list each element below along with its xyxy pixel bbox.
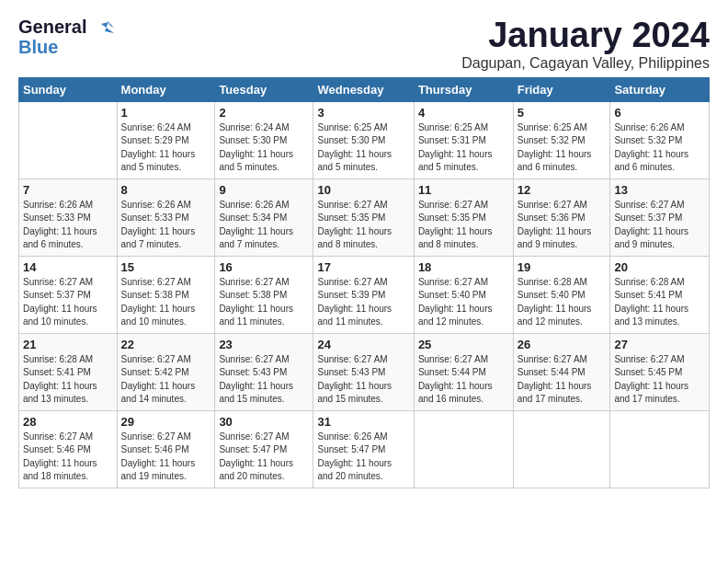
page: General Blue January 2024 Dagupan, Cagay… xyxy=(0,0,728,498)
table-row: 7Sunrise: 6:26 AMSunset: 5:33 PMDaylight… xyxy=(19,178,118,256)
table-row: 27Sunrise: 6:27 AMSunset: 5:45 PMDayligh… xyxy=(610,333,710,410)
title-area: January 2024 Dagupan, Cagayan Valley, Ph… xyxy=(461,17,710,72)
day-info: Sunrise: 6:24 AMSunset: 5:30 PMDaylight:… xyxy=(219,121,309,175)
day-info: Sunrise: 6:27 AMSunset: 5:40 PMDaylight:… xyxy=(418,276,509,329)
day-info: Sunrise: 6:28 AMSunset: 5:41 PMDaylight:… xyxy=(23,353,113,407)
day-number: 18 xyxy=(418,260,509,274)
calendar-week-row: 7Sunrise: 6:26 AMSunset: 5:33 PMDaylight… xyxy=(19,178,710,256)
calendar-title: January 2024 xyxy=(461,17,710,55)
logo-blue: Blue xyxy=(18,37,86,57)
day-info: Sunrise: 6:25 AMSunset: 5:30 PMDaylight:… xyxy=(317,121,409,175)
day-info: Sunrise: 6:27 AMSunset: 5:39 PMDaylight:… xyxy=(317,276,409,329)
table-row: 11Sunrise: 6:27 AMSunset: 5:35 PMDayligh… xyxy=(414,178,513,256)
table-row: 26Sunrise: 6:27 AMSunset: 5:44 PMDayligh… xyxy=(513,333,610,410)
day-number: 22 xyxy=(121,338,211,351)
table-row: 16Sunrise: 6:27 AMSunset: 5:38 PMDayligh… xyxy=(215,256,313,333)
day-info: Sunrise: 6:27 AMSunset: 5:44 PMDaylight:… xyxy=(418,353,509,407)
table-row: 19Sunrise: 6:28 AMSunset: 5:40 PMDayligh… xyxy=(513,256,610,333)
day-info: Sunrise: 6:27 AMSunset: 5:45 PMDaylight:… xyxy=(614,353,705,407)
day-info: Sunrise: 6:26 AMSunset: 5:32 PMDaylight:… xyxy=(614,121,705,175)
table-row: 3Sunrise: 6:25 AMSunset: 5:30 PMDaylight… xyxy=(313,101,414,178)
table-row xyxy=(513,410,610,488)
day-info: Sunrise: 6:27 AMSunset: 5:38 PMDaylight:… xyxy=(219,276,309,329)
table-row: 14Sunrise: 6:27 AMSunset: 5:37 PMDayligh… xyxy=(19,256,118,333)
table-row: 29Sunrise: 6:27 AMSunset: 5:46 PMDayligh… xyxy=(117,410,215,488)
day-number: 17 xyxy=(317,260,409,274)
day-number: 21 xyxy=(23,338,113,351)
day-info: Sunrise: 6:27 AMSunset: 5:36 PMDaylight:… xyxy=(518,199,607,252)
header-thursday: Thursday xyxy=(414,77,513,101)
day-number: 31 xyxy=(317,415,409,429)
table-row xyxy=(19,101,118,178)
day-number: 14 xyxy=(23,260,113,274)
table-row xyxy=(610,410,710,488)
table-row: 6Sunrise: 6:26 AMSunset: 5:32 PMDaylight… xyxy=(610,101,710,178)
day-info: Sunrise: 6:26 AMSunset: 5:33 PMDaylight:… xyxy=(23,199,113,252)
day-info: Sunrise: 6:26 AMSunset: 5:33 PMDaylight:… xyxy=(121,199,211,252)
day-info: Sunrise: 6:24 AMSunset: 5:29 PMDaylight:… xyxy=(121,121,211,175)
day-number: 28 xyxy=(23,415,113,429)
day-info: Sunrise: 6:27 AMSunset: 5:46 PMDaylight:… xyxy=(23,431,113,484)
header-saturday: Saturday xyxy=(610,77,710,101)
day-number: 25 xyxy=(418,338,509,351)
header-tuesday: Tuesday xyxy=(215,77,313,101)
logo-bird-icon xyxy=(88,20,114,53)
day-number: 24 xyxy=(317,338,409,351)
day-number: 5 xyxy=(518,106,607,120)
day-number: 15 xyxy=(121,260,211,274)
calendar-week-row: 21Sunrise: 6:28 AMSunset: 5:41 PMDayligh… xyxy=(19,333,710,410)
table-row: 10Sunrise: 6:27 AMSunset: 5:35 PMDayligh… xyxy=(313,178,414,256)
day-info: Sunrise: 6:26 AMSunset: 5:34 PMDaylight:… xyxy=(219,199,309,252)
day-number: 1 xyxy=(121,106,211,120)
day-number: 12 xyxy=(518,183,607,197)
table-row: 5Sunrise: 6:25 AMSunset: 5:32 PMDaylight… xyxy=(513,101,610,178)
day-number: 3 xyxy=(317,106,409,120)
day-number: 13 xyxy=(614,183,705,197)
day-number: 6 xyxy=(614,106,705,120)
day-info: Sunrise: 6:27 AMSunset: 5:46 PMDaylight:… xyxy=(121,431,211,484)
day-info: Sunrise: 6:27 AMSunset: 5:35 PMDaylight:… xyxy=(317,199,409,252)
day-info: Sunrise: 6:27 AMSunset: 5:47 PMDaylight:… xyxy=(219,431,309,484)
table-row: 17Sunrise: 6:27 AMSunset: 5:39 PMDayligh… xyxy=(313,256,414,333)
day-number: 4 xyxy=(418,106,509,120)
header-wednesday: Wednesday xyxy=(313,77,414,101)
calendar-week-row: 14Sunrise: 6:27 AMSunset: 5:37 PMDayligh… xyxy=(19,256,710,333)
svg-marker-0 xyxy=(101,22,114,33)
day-info: Sunrise: 6:26 AMSunset: 5:47 PMDaylight:… xyxy=(317,431,409,484)
table-row xyxy=(414,410,513,488)
header-monday: Monday xyxy=(117,77,215,101)
table-row: 20Sunrise: 6:28 AMSunset: 5:41 PMDayligh… xyxy=(610,256,710,333)
day-info: Sunrise: 6:27 AMSunset: 5:35 PMDaylight:… xyxy=(418,199,509,252)
day-number: 2 xyxy=(219,106,309,120)
day-info: Sunrise: 6:27 AMSunset: 5:37 PMDaylight:… xyxy=(23,276,113,329)
day-number: 11 xyxy=(418,183,509,197)
calendar-week-row: 1Sunrise: 6:24 AMSunset: 5:29 PMDaylight… xyxy=(19,101,710,178)
table-row: 13Sunrise: 6:27 AMSunset: 5:37 PMDayligh… xyxy=(610,178,710,256)
header-friday: Friday xyxy=(513,77,610,101)
day-info: Sunrise: 6:28 AMSunset: 5:40 PMDaylight:… xyxy=(518,276,607,329)
table-row: 21Sunrise: 6:28 AMSunset: 5:41 PMDayligh… xyxy=(19,333,118,410)
header-sunday: Sunday xyxy=(19,77,118,101)
day-number: 26 xyxy=(518,338,607,351)
calendar-week-row: 28Sunrise: 6:27 AMSunset: 5:46 PMDayligh… xyxy=(19,410,710,488)
table-row: 30Sunrise: 6:27 AMSunset: 5:47 PMDayligh… xyxy=(215,410,313,488)
day-number: 23 xyxy=(219,338,309,351)
table-row: 12Sunrise: 6:27 AMSunset: 5:36 PMDayligh… xyxy=(513,178,610,256)
day-number: 7 xyxy=(23,183,113,197)
table-row: 2Sunrise: 6:24 AMSunset: 5:30 PMDaylight… xyxy=(215,101,313,178)
table-row: 4Sunrise: 6:25 AMSunset: 5:31 PMDaylight… xyxy=(414,101,513,178)
day-info: Sunrise: 6:27 AMSunset: 5:37 PMDaylight:… xyxy=(614,199,705,252)
day-info: Sunrise: 6:27 AMSunset: 5:43 PMDaylight:… xyxy=(317,353,409,407)
table-row: 23Sunrise: 6:27 AMSunset: 5:43 PMDayligh… xyxy=(215,333,313,410)
day-number: 27 xyxy=(614,338,705,351)
day-number: 8 xyxy=(121,183,211,197)
calendar-subtitle: Dagupan, Cagayan Valley, Philippines xyxy=(461,55,710,72)
logo-general: General xyxy=(18,17,86,37)
table-row: 31Sunrise: 6:26 AMSunset: 5:47 PMDayligh… xyxy=(313,410,414,488)
day-info: Sunrise: 6:27 AMSunset: 5:38 PMDaylight:… xyxy=(121,276,211,329)
day-info: Sunrise: 6:27 AMSunset: 5:43 PMDaylight:… xyxy=(219,353,309,407)
table-row: 1Sunrise: 6:24 AMSunset: 5:29 PMDaylight… xyxy=(117,101,215,178)
table-row: 25Sunrise: 6:27 AMSunset: 5:44 PMDayligh… xyxy=(414,333,513,410)
table-row: 9Sunrise: 6:26 AMSunset: 5:34 PMDaylight… xyxy=(215,178,313,256)
table-row: 18Sunrise: 6:27 AMSunset: 5:40 PMDayligh… xyxy=(414,256,513,333)
